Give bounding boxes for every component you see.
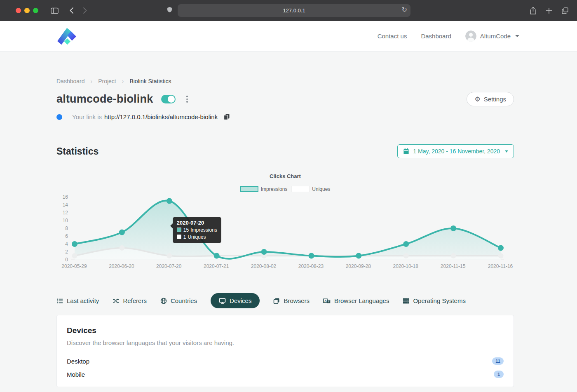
x-tick-label: 2020-07-21	[204, 263, 229, 269]
x-tick-label: 2020-11-15	[441, 263, 466, 269]
x-tick-label: 2020-07-20	[156, 263, 181, 269]
impressions-swatch	[177, 228, 181, 232]
x-tick-label: 2020-11-16	[488, 263, 513, 269]
shuffle-icon	[113, 298, 119, 304]
avatar	[465, 31, 476, 42]
clicks-chart: Clicks Chart Impressions Uniques 0246810…	[56, 173, 514, 271]
new-tab-icon[interactable]	[546, 7, 552, 14]
nav-contact-us[interactable]: Contact us	[378, 33, 407, 40]
shield-icon[interactable]	[167, 6, 173, 15]
monitor-icon	[219, 298, 226, 304]
y-tick-label: 12	[63, 210, 68, 216]
x-tick-label: 2020-08-02	[251, 263, 276, 269]
y-tick-label: 2	[65, 249, 68, 255]
close-window-icon[interactable]	[16, 8, 21, 13]
tab-last-activity[interactable]: Last activity	[56, 297, 99, 304]
device-row-mobile: Mobile 1	[67, 368, 504, 381]
status-dot	[56, 114, 62, 120]
reload-icon[interactable]: ↻	[402, 6, 407, 14]
settings-button-label: Settings	[484, 96, 506, 103]
tab-overview-icon[interactable]	[561, 7, 569, 14]
date-range-picker[interactable]: 1 May, 2020 - 16 November, 2020	[397, 144, 514, 158]
y-tick-label: 0	[65, 257, 68, 263]
zoom-window-icon[interactable]	[33, 8, 38, 13]
tab-browsers[interactable]: Browsers	[273, 297, 310, 304]
minimize-window-icon[interactable]	[24, 8, 30, 13]
breadcrumb-separator-icon: ›	[122, 78, 124, 85]
x-tick-label: 2020-10-18	[393, 263, 418, 269]
calendar-icon	[403, 148, 409, 155]
tab-operating-systems[interactable]: Operating Systems	[403, 297, 466, 304]
gear-icon: ⚙	[474, 96, 480, 103]
nav-dashboard[interactable]: Dashboard	[421, 33, 451, 40]
globe-icon	[160, 298, 167, 304]
breadcrumb-dashboard[interactable]: Dashboard	[56, 78, 85, 85]
share-icon[interactable]	[530, 7, 537, 15]
devices-card-title: Devices	[67, 326, 504, 335]
date-range-label: 1 May, 2020 - 16 November, 2020	[413, 148, 500, 155]
settings-button[interactable]: ⚙ Settings	[467, 92, 514, 106]
chart-plot[interactable]: 2020-07-20 15 Impressions 1 Uniques	[71, 197, 514, 260]
altumcode-logo[interactable]	[56, 27, 77, 45]
copy-link-icon[interactable]	[223, 113, 230, 120]
y-axis: 0246810121416	[56, 197, 68, 260]
chart-tooltip: 2020-07-20 15 Impressions 1 Uniques	[173, 217, 221, 243]
tab-devices[interactable]: Devices	[211, 293, 260, 308]
tab-countries[interactable]: Countries	[160, 297, 197, 304]
device-list: Desktop 11 Mobile 1	[67, 354, 504, 381]
tab-referers[interactable]: Referers	[113, 297, 147, 304]
breadcrumb: Dashboard › Project › Biolink Statistics	[56, 78, 514, 85]
chevron-down-icon	[505, 150, 508, 153]
back-icon[interactable]	[69, 7, 74, 14]
translate-icon: A	[323, 298, 331, 304]
y-tick-label: 16	[63, 194, 68, 200]
sidebar-toggle-icon[interactable]	[51, 7, 59, 14]
breadcrumb-separator-icon: ›	[91, 78, 93, 85]
forward-icon[interactable]	[83, 7, 87, 14]
count-badge: 11	[492, 357, 504, 365]
x-tick-label: 2020-08-23	[298, 263, 324, 269]
svg-text:A: A	[324, 299, 326, 302]
chart-area: 0246810121416 2020-07-20 15	[56, 197, 514, 271]
main-content: Dashboard › Project › Biolink Statistics…	[56, 78, 514, 387]
devices-card: Devices Discover the browser languages t…	[56, 315, 514, 387]
chevron-down-icon	[515, 35, 519, 37]
uniques-swatch	[291, 186, 310, 192]
y-tick-label: 8	[65, 225, 68, 231]
y-tick-label: 4	[65, 241, 68, 247]
biolink-enabled-toggle[interactable]	[161, 95, 176, 103]
address-bar-url: 127.0.0.1	[283, 7, 305, 14]
list-icon	[56, 298, 63, 304]
chart-legend: Impressions Uniques	[56, 186, 514, 192]
link-prefix: Your link is	[72, 113, 102, 120]
user-menu-label: AltumCode	[480, 33, 511, 40]
y-tick-label: 6	[65, 233, 68, 239]
address-bar[interactable]: 127.0.0.1 ↻	[178, 4, 410, 17]
page-title: altumcode-biolink	[56, 93, 153, 106]
site-nav: Contact us Dashboard AltumCode	[378, 31, 519, 42]
x-tick-label: 2020-05-29	[61, 263, 87, 269]
site-header: Contact us Dashboard AltumCode	[0, 21, 577, 52]
breadcrumb-current: Biolink Statistics	[129, 78, 171, 85]
count-badge: 1	[494, 371, 504, 378]
breadcrumb-project[interactable]: Project	[98, 78, 116, 85]
y-tick-label: 10	[63, 218, 68, 223]
y-tick-label: 14	[63, 202, 68, 208]
user-menu[interactable]: AltumCode	[465, 31, 519, 42]
tab-browser-languages[interactable]: A Browser Languages	[323, 297, 389, 304]
device-row-desktop: Desktop 11	[67, 354, 504, 368]
tooltip-title: 2020-07-20	[177, 220, 217, 226]
tooltip-impressions-row: 15 Impressions	[177, 227, 217, 233]
x-tick-label: 2020-06-20	[109, 263, 134, 269]
more-options-icon[interactable]	[185, 94, 190, 104]
tooltip-arrow	[170, 223, 173, 228]
window-icon	[273, 298, 280, 304]
x-tick-label: 2020-09-28	[346, 263, 371, 269]
legend-uniques[interactable]: Uniques	[291, 186, 330, 192]
statistics-tabs: Last activity Referers Countries Devices…	[56, 293, 514, 308]
title-row: altumcode-biolink ⚙ Settings	[56, 92, 514, 106]
biolink-url[interactable]: http://127.0.0.1/biolinks/altumcode-biol…	[104, 113, 218, 120]
statistics-row: Statistics 1 May, 2020 - 16 November, 20…	[56, 144, 514, 158]
legend-impressions[interactable]: Impressions	[240, 186, 288, 192]
impressions-swatch	[240, 186, 258, 192]
